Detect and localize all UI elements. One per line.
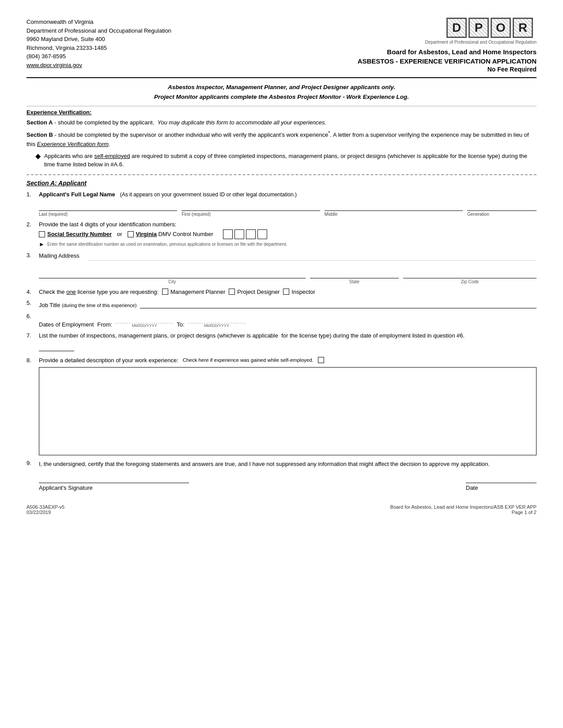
project-designer-checkbox[interactable]: [229, 289, 235, 295]
footer-left: A506-33AEXP-v5 03/22/2019: [26, 504, 64, 515]
item-6-content: Dates of Employment From: MM/DD/YYYY To:…: [39, 313, 537, 328]
to-date-field: MM/DD/YYYY: [188, 315, 246, 328]
item-3-label: Mailing Address: [39, 252, 79, 259]
applicant-sig-field: Applicant's Signature: [39, 473, 189, 491]
section-divider: [26, 174, 537, 175]
mailing-address-input[interactable]: [88, 252, 537, 261]
date-sig-input[interactable]: [466, 473, 537, 483]
ssn-label: Social Security Number: [47, 231, 112, 237]
item-2-content: Provide the last 4 digits of your identi…: [39, 221, 537, 248]
item-9: 9. I, the undersigned, certify that the …: [26, 460, 537, 491]
section-a-header: Section A: Applicant: [26, 180, 537, 187]
self-employed-checkbox[interactable]: [318, 357, 324, 363]
id-box-3[interactable]: [246, 229, 256, 239]
item-3-content: Mailing Address City State Zip Code: [39, 252, 537, 284]
or-label: or: [117, 231, 122, 237]
to-label: To:: [177, 321, 184, 328]
mgmt-planner-option: Management Planner: [162, 289, 225, 295]
applicant-sig-input[interactable]: [39, 473, 189, 483]
item-7-num: 7.: [26, 332, 39, 339]
project-designer-label: Project Designer: [237, 289, 280, 295]
last-name-label: Last (required): [39, 212, 177, 217]
page: Commonwealth of Virginia Department of P…: [0, 0, 563, 728]
org-line2: Department of Professional and Occupatio…: [26, 26, 171, 35]
last-name-field: Last (required): [39, 201, 177, 217]
date-sig-field: Date: [466, 473, 537, 491]
job-title-input[interactable]: [140, 300, 537, 308]
zip-label: Zip Code: [403, 279, 537, 284]
item-1: 1. Applicant's Full Legal Name (As it ap…: [26, 191, 537, 217]
header-divider: [26, 77, 537, 78]
experience-verification: Experience Verification: Section A - sho…: [26, 109, 537, 169]
first-name-input[interactable]: [181, 201, 320, 211]
dmv-checkbox[interactable]: [128, 231, 134, 237]
mgmt-planner-checkbox[interactable]: [162, 289, 168, 295]
bullet-icon: ◆: [35, 152, 41, 160]
notice: Asbestos Inspector, Management Planner, …: [26, 83, 537, 101]
item-3-num: 3.: [26, 252, 39, 259]
id-box-4[interactable]: [257, 229, 267, 239]
notice-line2: Project Monitor applicants complete the …: [26, 92, 537, 102]
project-designer-option: Project Designer: [229, 289, 280, 295]
dmv-label: Virginia DMV Control Number: [136, 231, 213, 237]
item-8-num: 8.: [26, 357, 39, 364]
generation-field: Generation: [467, 201, 537, 217]
id-boxes: [223, 229, 267, 239]
last-name-input[interactable]: [39, 201, 177, 211]
ssn-checkbox[interactable]: [39, 231, 45, 237]
section-a-text: Section A - should be completed by the a…: [26, 118, 537, 128]
item-2: 2. Provide the last 4 digits of your ide…: [26, 221, 537, 248]
dmv-option: Virginia DMV Control Number: [128, 231, 213, 237]
no-fee: No Fee Required: [358, 66, 537, 73]
inspector-option: Inspector: [283, 289, 315, 295]
city-input[interactable]: [39, 269, 306, 278]
board-title: Board for Asbestos, Lead and Home Inspec…: [358, 47, 537, 56]
item-2-num: 2.: [26, 221, 39, 228]
date-sig-label: Date: [466, 484, 537, 491]
item-7-content: List the number of inspections, manageme…: [39, 332, 537, 353]
from-date-field: MM/DD/YYYY: [116, 315, 173, 328]
id-box-2[interactable]: [234, 229, 244, 239]
logo-tagline: Department of Professional and Occupatio…: [425, 40, 537, 45]
header-right: D P O R Department of Professional and O…: [358, 18, 537, 73]
to-date-input[interactable]: [188, 315, 246, 323]
footer-date: 03/22/2019: [26, 510, 64, 515]
item-5-content: Job Title (during the time of this exper…: [39, 300, 537, 308]
state-input[interactable]: [310, 269, 399, 278]
city-label: City: [39, 279, 306, 284]
from-date-input[interactable]: [116, 315, 173, 323]
item-5-num: 5.: [26, 300, 39, 306]
zip-input[interactable]: [403, 269, 537, 278]
from-label: From:: [97, 321, 112, 328]
logo-letters: D P O R: [446, 18, 533, 38]
org-line6: www.dpor.virginia.gov: [26, 61, 171, 70]
item-5-label: Job Title (during the time of this exper…: [39, 302, 136, 308]
item-2-label: Provide the last 4 digits of your identi…: [39, 221, 537, 228]
item-1-label: Applicant's Full Legal Name (As it appea…: [39, 191, 537, 198]
signature-row: Applicant's Signature Date: [39, 473, 537, 491]
logo-area: D P O R Department of Professional and O…: [358, 18, 537, 45]
item-4-label: Check the one license type you are reque…: [39, 289, 159, 295]
first-name-label: First (required): [181, 212, 320, 217]
header: Commonwealth of Virginia Department of P…: [26, 18, 537, 73]
item-8-label: Provide a detailed description of your w…: [39, 357, 178, 364]
middle-name-input[interactable]: [325, 201, 463, 211]
item-9-content: I, the undersigned, certify that the for…: [39, 460, 537, 491]
name-fields: Last (required) First (required) Middle …: [39, 201, 537, 217]
item-7-input[interactable]: [39, 342, 74, 351]
form-number: A506-33AEXP-v5: [26, 504, 64, 510]
org-line1: Commonwealth of Virginia: [26, 18, 171, 26]
middle-name-field: Middle: [325, 201, 463, 217]
dpor-logo: D P O R: [446, 18, 537, 38]
inspector-checkbox[interactable]: [283, 289, 289, 295]
description-box[interactable]: [39, 367, 537, 455]
item-4-num: 4.: [26, 289, 39, 295]
certify-text: I, the undersigned, certify that the for…: [39, 460, 537, 469]
footer-page: Page 1 of 2: [390, 510, 537, 515]
inspector-label: Inspector: [291, 289, 315, 295]
id-box-1[interactable]: [223, 229, 233, 239]
item-5: 5. Job Title (during the time of this ex…: [26, 300, 537, 308]
logo-letter-p: P: [469, 18, 489, 38]
generation-input[interactable]: [467, 201, 537, 211]
item-4-content: Check the one license type you are reque…: [39, 289, 537, 295]
